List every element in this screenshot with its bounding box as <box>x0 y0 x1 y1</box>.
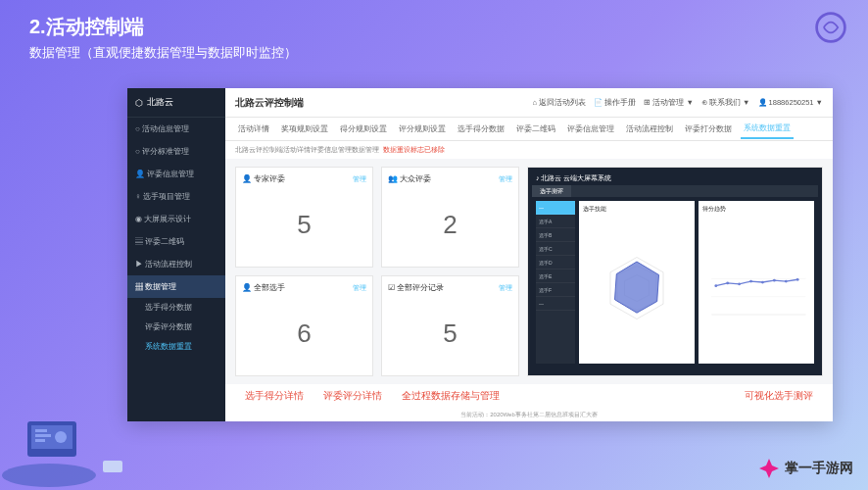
sidebar-item-data-manage[interactable]: ▦ 数据管理 <box>127 275 225 298</box>
card-title: 👥 大众评委 <box>388 173 431 184</box>
svg-point-11 <box>749 280 752 283</box>
watermark-logo: 掌一手游网 <box>757 457 853 480</box>
viz-left-item[interactable]: 选手B <box>536 228 575 242</box>
sidebar-item-label: ◉ 大屏展示设计 <box>135 214 191 224</box>
tabs-bar: 活动详情 奖项规则设置 得分规则设置 评分规则设置 选手得分数据 评委二维码 评… <box>225 118 833 141</box>
logo-icon: ⬡ <box>135 98 143 108</box>
caption-contestant-detail: 选手得分详情 <box>245 389 304 403</box>
viz-left-item[interactable]: 选手E <box>536 270 575 283</box>
svg-point-0 <box>817 14 845 42</box>
app-topbar: 北路云评控制端 ⌂ 返回活动列表 📄 操作手册 ⊞ 活动管理 ▼ ⊕ 联系我们 … <box>225 88 833 118</box>
svg-rect-23 <box>103 461 122 472</box>
viz-left-item[interactable]: 选手C <box>536 242 575 256</box>
sidebar-item-judge-info[interactable]: 👤 评委信息管理 <box>127 163 225 185</box>
viz-left-item[interactable]: 选手F <box>536 283 575 297</box>
card-title: 👤 全部选手 <box>242 282 285 293</box>
breadcrumb-prefix: 北路云评控制端活动详情评委信息管理数据管理 <box>235 145 379 155</box>
topbar-back-link[interactable]: ⌂ 返回活动列表 <box>533 98 587 108</box>
radar-title: 选手技能 <box>583 205 691 214</box>
svg-rect-19 <box>35 429 47 432</box>
sidebar-item-qr[interactable]: ▤ 评委二维码 <box>127 230 225 253</box>
topbar-user-dropdown[interactable]: 👤 18886250251 ▼ <box>758 98 823 108</box>
tab-rating-rules[interactable]: 评分规则设置 <box>396 121 449 138</box>
card-manage-link[interactable]: 管理 <box>353 174 366 184</box>
card-value: 5 <box>388 297 512 369</box>
viz-left-item[interactable]: 选手D <box>536 256 575 270</box>
tab-contestant-data[interactable]: 选手得分数据 <box>455 121 507 138</box>
viz-nav-assessment[interactable]: 选手测评 <box>532 185 571 197</box>
sidebar-sub-judge-score[interactable]: 评委评分数据 <box>127 318 225 337</box>
breadcrumb-current: 数据重设标志已移除 <box>383 145 445 155</box>
app-logo: ⬡ 北路云 <box>127 88 225 118</box>
visualization-panel: ♪ 北路云 云端大屏幕系统 选手测评 — 选手A 选手B 选手C 选手D 选手E… <box>527 167 823 376</box>
card-value: 5 <box>242 188 366 261</box>
card-manage-link[interactable]: 管理 <box>499 283 512 293</box>
tab-judge-info[interactable]: 评委信息管理 <box>564 121 617 138</box>
viz-left-item[interactable]: — <box>536 297 575 311</box>
tab-judge-qr[interactable]: 评委二维码 <box>513 121 558 138</box>
tab-process-control[interactable]: 活动流程控制 <box>623 121 676 138</box>
watermark-text: 掌一手游网 <box>785 460 853 477</box>
sidebar-item-label: 👤 评委信息管理 <box>135 169 194 179</box>
card-manage-link[interactable]: 管理 <box>353 283 366 293</box>
sidebar-sub-label: 选手得分数据 <box>145 303 192 312</box>
card-title: ☑ 全部评分记录 <box>388 282 444 293</box>
tab-activity-detail[interactable]: 活动详情 <box>235 121 272 138</box>
sidebar-item-scoring-standard[interactable]: ○ 评分标准管理 <box>127 140 225 163</box>
card-value: 2 <box>388 188 512 261</box>
line-title: 得分趋势 <box>702 205 810 214</box>
card-title: 👤 专家评委 <box>242 173 285 184</box>
sidebar-item-label: ▶ 活动流程控制 <box>135 259 192 270</box>
sidebar-item-label: ♀ 选手项目管理 <box>135 191 190 202</box>
sidebar-sub-data-reset[interactable]: 系统数据重置 <box>127 337 225 357</box>
sidebar-item-label: ○ 活动信息管理 <box>135 123 189 134</box>
app-main: 北路云评控制端 ⌂ 返回活动列表 📄 操作手册 ⊞ 活动管理 ▼ ⊕ 联系我们 … <box>225 88 833 421</box>
sidebar-item-screen-design[interactable]: ◉ 大屏展示设计 <box>127 208 225 230</box>
topbar-help-link[interactable]: 📄 操作手册 <box>594 98 636 108</box>
sidebar-item-activity-info[interactable]: ○ 活动信息管理 <box>127 118 225 140</box>
tab-judge-data[interactable]: 评委打分数据 <box>682 121 735 138</box>
decorative-illustration <box>0 402 137 490</box>
brand-logo-icon <box>813 10 848 49</box>
svg-rect-21 <box>35 439 45 442</box>
card-expert-judges: 👤 专家评委 管理 5 <box>235 167 373 268</box>
caption-data-storage: 全过程数据存储与管理 <box>402 389 500 403</box>
card-value: 6 <box>242 297 366 369</box>
sidebar-item-label: ▦ 数据管理 <box>135 281 176 292</box>
tab-award-rules[interactable]: 奖项规则设置 <box>278 121 331 138</box>
card-manage-link[interactable]: 管理 <box>499 174 512 184</box>
card-public-judges: 👥 大众评委 管理 2 <box>381 167 519 268</box>
svg-point-13 <box>773 279 776 282</box>
sidebar-item-process-control[interactable]: ▶ 活动流程控制 <box>127 253 225 275</box>
topbar-contact-dropdown[interactable]: ⊕ 联系我们 ▼ <box>701 98 750 108</box>
svg-point-10 <box>738 282 741 285</box>
sidebar-sub-label: 评委评分数据 <box>145 322 192 331</box>
svg-point-8 <box>714 284 717 287</box>
card-all-records: ☑ 全部评分记录 管理 5 <box>381 275 519 376</box>
card-all-contestants: 👤 全部选手 管理 6 <box>235 275 373 376</box>
app-title: 北路云评控制端 <box>235 96 304 110</box>
viz-left-item[interactable]: 选手A <box>536 215 575 228</box>
topbar-manage-dropdown[interactable]: ⊞ 活动管理 ▼ <box>644 98 694 108</box>
slide-subtitle: 数据管理（直观便捷数据管理与数据即时监控） <box>29 44 839 62</box>
tab-data-reset[interactable]: 系统数据重置 <box>741 120 794 139</box>
captions-row: 选手得分详情 评委评分详情 全过程数据存储与管理 可视化选手测评 <box>225 384 833 408</box>
svg-point-16 <box>2 464 96 487</box>
svg-point-15 <box>796 278 799 281</box>
tab-score-rules[interactable]: 得分规则设置 <box>337 121 390 138</box>
caption-visualization: 可视化选手测评 <box>745 389 813 403</box>
sidebar-sub-contestant-score[interactable]: 选手得分数据 <box>127 298 225 318</box>
viz-header: ♪ 北路云 云端大屏幕系统 <box>532 172 818 185</box>
line-chart-panel: 得分趋势 <box>699 201 814 364</box>
line-chart <box>702 216 810 360</box>
cards-area: 👤 专家评委 管理 5 👥 大众评委 管理 2 <box>235 167 519 376</box>
sidebar-item-label: ○ 评分标准管理 <box>135 146 189 157</box>
svg-point-22 <box>55 431 67 443</box>
svg-marker-4 <box>615 262 659 313</box>
svg-point-12 <box>761 281 764 284</box>
viz-left-item[interactable]: — <box>536 201 575 215</box>
breadcrumb: 北路云评控制端活动详情评委信息管理数据管理 数据重设标志已移除 <box>225 141 833 159</box>
viz-left-list: — 选手A 选手B 选手C 选手D 选手E 选手F — <box>536 201 575 364</box>
sidebar-item-contestant[interactable]: ♀ 选手项目管理 <box>127 185 225 208</box>
app-window: ⬡ 北路云 ○ 活动信息管理 ○ 评分标准管理 👤 评委信息管理 ♀ 选手项目管… <box>127 88 833 421</box>
